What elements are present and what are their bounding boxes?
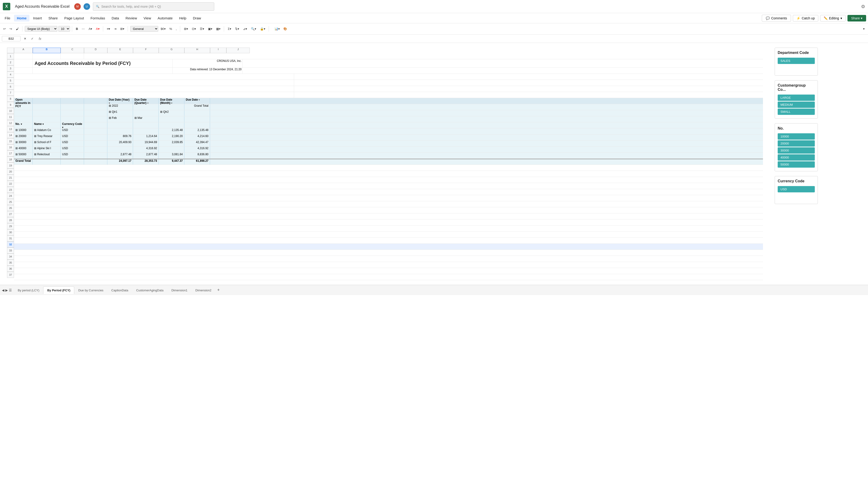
cell-h10[interactable] bbox=[184, 110, 210, 116]
cell-d13[interactable] bbox=[84, 128, 107, 134]
expand-r15b-icon[interactable]: ⊞ bbox=[34, 140, 36, 144]
rn-17[interactable]: 17 bbox=[7, 150, 14, 157]
cell-b1[interactable] bbox=[33, 53, 61, 59]
cell-f15-qtr1mar[interactable]: 19,944.69 bbox=[133, 140, 159, 146]
toolbar-expand-btn[interactable]: ▾ bbox=[862, 26, 866, 32]
cell-h2-company[interactable]: CRONUS USA, Inc. bbox=[173, 59, 243, 67]
expand-r16b-icon[interactable]: ⊞ bbox=[34, 147, 36, 150]
filter-chip-large[interactable]: LARGE bbox=[778, 95, 815, 101]
cell-b3[interactable] bbox=[33, 68, 173, 74]
cell-h18-total[interactable]: 61,898.27 bbox=[184, 159, 210, 164]
cell-e11-feb[interactable]: ⊞ Feb bbox=[107, 116, 133, 122]
tab-nav-prev[interactable]: ◀ bbox=[2, 288, 4, 292]
cell-a2[interactable] bbox=[14, 59, 33, 67]
cell-f14-qtr1mar[interactable]: 1,214.64 bbox=[133, 135, 159, 140]
col-g[interactable]: G bbox=[159, 47, 184, 53]
cell-row22[interactable] bbox=[14, 183, 224, 189]
expand-icon[interactable]: ⊞ bbox=[109, 104, 111, 107]
cell-d17[interactable] bbox=[84, 153, 107, 159]
cell-h16-total[interactable]: 4,316.92 bbox=[184, 147, 210, 152]
cell-row20[interactable] bbox=[14, 171, 224, 177]
expand-r15-icon[interactable]: ⊞ bbox=[15, 140, 18, 144]
cell-g12[interactable] bbox=[159, 122, 184, 128]
rn-36[interactable]: 36 bbox=[7, 266, 14, 272]
rn-6[interactable]: 6 bbox=[7, 84, 14, 90]
cell-b18[interactable] bbox=[33, 159, 61, 164]
rn-23[interactable]: 23 bbox=[7, 187, 14, 193]
cell-a18-grandtotal[interactable]: Grand Total bbox=[14, 159, 33, 164]
cell-e17-qtr1feb[interactable]: 2,877.48 bbox=[107, 153, 133, 159]
chart-color-btn[interactable]: 🎨 bbox=[282, 26, 289, 32]
tab-by-period-lcy[interactable]: By period (LCY) bbox=[14, 286, 43, 294]
share-button[interactable]: Share ▾ bbox=[847, 15, 866, 21]
cell-a10[interactable] bbox=[14, 110, 33, 116]
rn-26[interactable]: 26 bbox=[7, 205, 14, 211]
cell-g16[interactable] bbox=[159, 147, 184, 152]
col-f[interactable]: F bbox=[133, 47, 159, 53]
cell-row7[interactable] bbox=[14, 92, 294, 98]
cell-c1[interactable] bbox=[61, 53, 84, 59]
cell-c15-currency[interactable]: USD bbox=[61, 140, 84, 146]
rn-21[interactable]: 21 bbox=[7, 174, 14, 181]
cell-row26[interactable] bbox=[14, 207, 224, 213]
filter-chip-small[interactable]: SMALL bbox=[778, 108, 815, 115]
format-painter-button[interactable]: 🖌 bbox=[14, 26, 20, 32]
cell-e14-qtr1feb[interactable]: 809.76 bbox=[107, 135, 133, 140]
cell-f12[interactable] bbox=[133, 122, 159, 128]
expand-r16-icon[interactable]: ⊞ bbox=[15, 147, 18, 150]
cell-row25[interactable] bbox=[14, 201, 224, 207]
cell-a3[interactable] bbox=[14, 68, 33, 74]
col-c[interactable]: C bbox=[61, 47, 84, 53]
menu-pagelayout[interactable]: Page Layout bbox=[61, 15, 87, 21]
cell-a9[interactable] bbox=[14, 104, 33, 110]
rn-28[interactable]: 28 bbox=[7, 217, 14, 223]
rn-29[interactable]: 29 bbox=[7, 223, 14, 229]
cell-row32[interactable] bbox=[14, 244, 224, 249]
cell-row33[interactable] bbox=[14, 250, 224, 256]
cell-a11[interactable] bbox=[14, 116, 33, 122]
rn-7[interactable]: 7 bbox=[7, 90, 14, 96]
chart-type-btn[interactable]: 📊▾ bbox=[273, 26, 281, 32]
filter-btn2[interactable]: ⊿▾ bbox=[241, 26, 249, 32]
cell-e16[interactable] bbox=[107, 147, 133, 152]
expand-r17-icon[interactable]: ⊞ bbox=[15, 153, 18, 156]
cell-e18-qtr1feb[interactable]: 24,097.17 bbox=[107, 159, 133, 164]
cell-reference-input[interactable] bbox=[2, 36, 21, 41]
cell-a13-no[interactable]: ⊞ 10000 bbox=[14, 128, 33, 134]
rn-27[interactable]: 27 bbox=[7, 211, 14, 217]
sort-btn[interactable]: ⇅▾ bbox=[234, 26, 241, 32]
sensitivity-btn[interactable]: 🔒▾ bbox=[259, 26, 267, 32]
cell-b14-name[interactable]: ⊞ Trey Resear bbox=[33, 135, 61, 140]
cell-row19[interactable] bbox=[14, 165, 224, 171]
fill-color-button[interactable]: A▾ bbox=[87, 26, 94, 32]
cell-d18[interactable] bbox=[84, 159, 107, 164]
filter-chip-medium[interactable]: MEDIUM bbox=[778, 102, 815, 108]
confirm-formula-btn[interactable]: ✓ bbox=[30, 36, 35, 41]
search-box[interactable]: 🔍 Search for tools, help, and more (Alt … bbox=[93, 2, 214, 11]
rn-18[interactable]: 18 bbox=[7, 157, 14, 162]
menu-data[interactable]: Data bbox=[109, 15, 122, 21]
cell-row37[interactable] bbox=[14, 274, 224, 280]
rn-14[interactable]: 14 bbox=[7, 132, 14, 138]
menu-help[interactable]: Help bbox=[176, 15, 189, 21]
rn-16[interactable]: 16 bbox=[7, 144, 14, 150]
cell-f13[interactable] bbox=[133, 128, 159, 134]
cell-row34[interactable] bbox=[14, 256, 224, 262]
cell-e12[interactable] bbox=[107, 122, 133, 128]
rn-8[interactable]: 8 bbox=[7, 96, 14, 102]
font-color-button[interactable]: A▾ bbox=[95, 26, 101, 32]
cancel-formula-btn[interactable]: ✕ bbox=[22, 36, 28, 41]
filter-chip-20000[interactable]: 20000 bbox=[778, 140, 815, 147]
rn-15[interactable]: 15 bbox=[7, 138, 14, 144]
rn-10[interactable]: 10 bbox=[7, 108, 14, 114]
cell-row28[interactable] bbox=[14, 220, 224, 225]
settings-icon[interactable]: ⚙ bbox=[861, 4, 865, 9]
cell-c17-currency[interactable]: USD bbox=[61, 153, 84, 159]
cell-e13[interactable] bbox=[107, 128, 133, 134]
cell-b10[interactable] bbox=[33, 110, 61, 116]
cell-g9[interactable] bbox=[159, 104, 184, 110]
tab-caption-data[interactable]: CaptionData bbox=[107, 286, 132, 294]
tab-dimension1[interactable]: Dimension1 bbox=[167, 286, 192, 294]
cell-row24[interactable] bbox=[14, 195, 224, 201]
cell-c12-currency[interactable]: Currency Code ▾ bbox=[61, 122, 84, 128]
